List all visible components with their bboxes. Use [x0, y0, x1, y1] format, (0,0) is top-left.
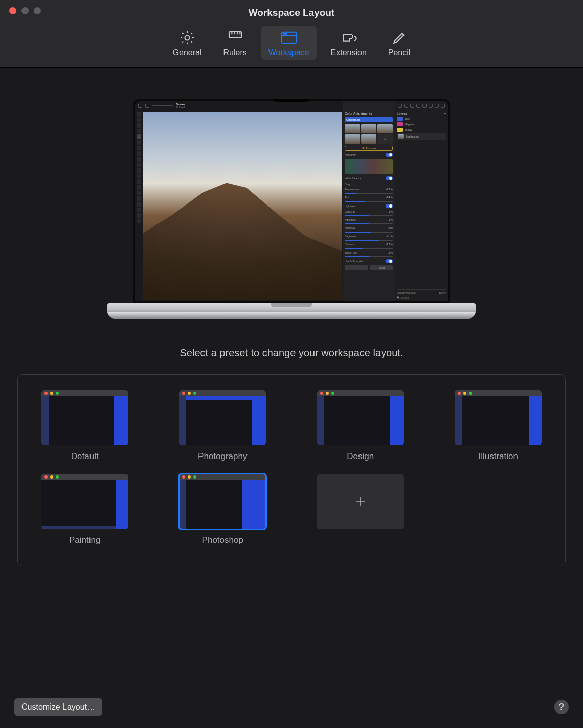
tab-extension[interactable]: Extension — [324, 26, 374, 60]
tab-pencil[interactable]: Pencil — [381, 26, 418, 60]
tab-general[interactable]: General — [166, 26, 209, 60]
svg-point-4 — [283, 33, 284, 34]
preset-design[interactable]: Design — [317, 390, 404, 462]
preview-ca-preset-dropdown: Cinematic — [345, 117, 393, 122]
svg-point-0 — [185, 35, 190, 40]
close-window-button[interactable] — [9, 7, 16, 14]
instruction-text: Select a preset to change your workspace… — [180, 347, 403, 359]
ruler-icon — [227, 30, 243, 46]
customize-layout-button[interactable]: Customize Layout… — [14, 698, 102, 716]
footer: Customize Layout… ? — [0, 690, 583, 728]
preview-color-adjustments-panel: Color Adjustments Cinematic + ML Enhance… — [343, 101, 395, 301]
svg-point-5 — [285, 33, 286, 34]
preset-painting[interactable]: Painting — [41, 474, 128, 545]
preview-app-screen: Dunes Edited — [135, 101, 448, 301]
content-area: Dunes Edited — [0, 68, 583, 690]
preset-default[interactable]: Default — [41, 390, 128, 462]
workspace-icon — [281, 30, 297, 46]
preferences-window: Workspace Layout General Rulers Workspac… — [0, 0, 583, 728]
presets-panel: Default Photography Design — [17, 374, 566, 566]
zoom-window-button[interactable] — [34, 7, 41, 14]
preview-laptop: Dunes Edited — [107, 99, 476, 318]
preview-tools-sidebar — [135, 101, 142, 301]
preset-illustration[interactable]: Illustration — [455, 390, 542, 462]
tab-rulers[interactable]: Rulers — [216, 26, 254, 60]
preset-photography[interactable]: Photography — [179, 390, 266, 462]
preview-canvas — [143, 112, 342, 300]
window-title: Workspace Layout — [0, 7, 583, 21]
titlebar: Workspace Layout General Rulers Workspac… — [0, 0, 583, 68]
extension-icon — [341, 30, 357, 46]
plus-icon — [354, 495, 367, 508]
minimize-window-button[interactable] — [21, 7, 29, 14]
preset-photoshop[interactable]: Photoshop — [179, 474, 266, 545]
preview-doc-status: Edited — [176, 106, 185, 109]
preset-add-button[interactable] — [317, 474, 404, 545]
preferences-toolbar: General Rulers Workspace Extension — [0, 21, 583, 67]
gear-icon — [179, 30, 195, 46]
pencil-icon — [391, 30, 408, 46]
preview-layers-panel: Layers+ Blue Magenta Yellow Background O… — [395, 101, 448, 301]
tab-workspace[interactable]: Workspace — [261, 26, 317, 60]
help-button[interactable]: ? — [554, 700, 569, 714]
